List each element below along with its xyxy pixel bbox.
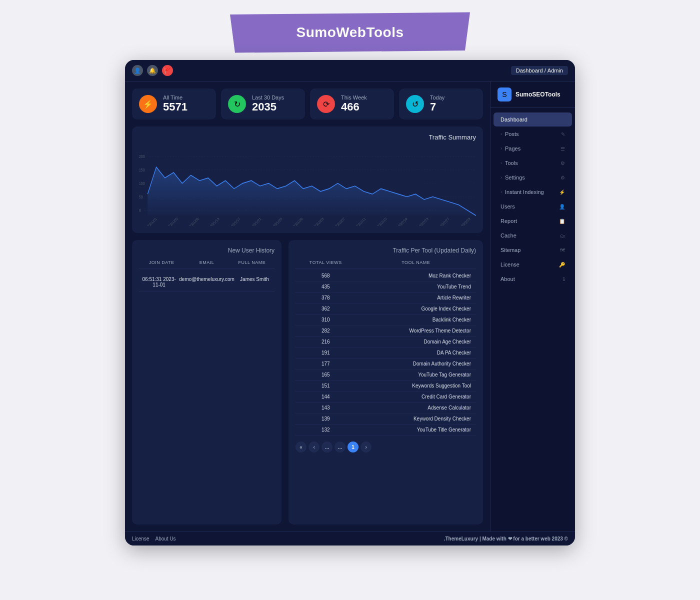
tool-name-2: Article Rewriter <box>356 295 476 300</box>
page-btn-5[interactable]: › <box>360 442 372 452</box>
stat-info-1: Last 30 Days 2035 <box>252 94 284 114</box>
sidebar-item-about[interactable]: About ℹ <box>494 272 572 286</box>
user-header-0: JOIN DATE <box>139 260 184 265</box>
tool-views-9: 165 <box>296 372 356 378</box>
breadcrumb-dashboard[interactable]: Dashboard <box>516 68 543 74</box>
tool-name-13: Keyword Density Checker <box>356 416 476 422</box>
nav-item-left-6: Users <box>500 204 515 210</box>
brand-icon: S <box>498 88 512 102</box>
nav-icon-2: ☰ <box>560 146 565 152</box>
nav-item-left-3: › Tools <box>500 160 518 166</box>
nav-expand-1: › <box>500 132 502 136</box>
svg-text:200: 200 <box>139 154 145 159</box>
sidebar-item-instant-indexing[interactable]: › Instant Indexing ⚡ <box>494 185 572 199</box>
stat-value-1: 2035 <box>252 100 284 114</box>
list-item: 139 Keyword Density Checker <box>296 414 476 424</box>
nav-label-5: Instant Indexing <box>505 189 544 195</box>
traffic-tool-title: Traffic Per Tool (Updated Daily) <box>296 247 476 254</box>
sidebar-item-report[interactable]: Report 📋 <box>494 214 572 228</box>
list-item: 165 YouTube Tag Generator <box>296 370 476 380</box>
tool-views-6: 216 <box>296 339 356 344</box>
sidebar-item-posts[interactable]: › Posts ✎ <box>494 127 572 141</box>
page-btn-2[interactable]: ... <box>322 442 332 452</box>
stat-icon-1: ↻ <box>228 95 246 113</box>
user-history-panel: New User History JOIN DATEEMAILFULL NAME… <box>132 240 282 524</box>
stat-value-2: 466 <box>341 100 367 114</box>
sidebar-item-sitemap[interactable]: Sitemap 🗺 <box>494 243 572 257</box>
nav-label-0: Dashboard <box>500 116 528 122</box>
nav-item-left-10: License <box>500 262 520 268</box>
sidebar-item-pages[interactable]: › Pages ☰ <box>494 142 572 156</box>
user-history-title: New User History <box>139 247 274 254</box>
nav-item-left-2: › Pages <box>500 146 520 152</box>
page-btn-3[interactable]: ... <box>334 442 346 452</box>
traffic-tool-panel: Traffic Per Tool (Updated Daily) TOTAL V… <box>288 240 483 524</box>
page-btn-1[interactable]: ‹ <box>308 442 320 452</box>
user-table-header: JOIN DATEEMAILFULL NAME <box>139 260 274 268</box>
page-btn-0[interactable]: « <box>296 442 306 452</box>
page-btn-4[interactable]: 1 <box>348 442 358 452</box>
tool-views-14: 132 <box>296 427 356 432</box>
dashboard-container: 👤 🔔 🚩 Dashboard / Admin ⚡ All Time 5571 … <box>125 60 575 546</box>
nav-icon-11: ℹ <box>563 276 565 282</box>
sidebar-item-dashboard[interactable]: Dashboard <box>494 112 572 126</box>
list-item: 216 Domain Age Checker <box>296 336 476 348</box>
svg-text:100: 100 <box>139 181 145 186</box>
list-item: 282 WordPress Theme Detector <box>296 326 476 336</box>
footer: LicenseAbout Us .ThemeLuxury | Made with… <box>125 532 575 546</box>
stat-icon-3: ↺ <box>406 95 424 113</box>
stat-value-3: 7 <box>430 100 444 114</box>
tool-table-header: TOTAL VIEWSTOOL NAME <box>296 260 476 268</box>
nav-icon-7: 📋 <box>559 218 565 224</box>
sidebar-nav: Dashboard › Posts ✎ › Pages ☰ › Tools ⚙ … <box>490 108 575 532</box>
nav-icon-5: ⚡ <box>559 190 565 195</box>
tool-name-12: Adsense Calculator <box>356 405 476 410</box>
footer-heart: ❤ <box>508 536 512 542</box>
nav-icon-10: 🔑 <box>559 262 565 268</box>
tool-views-0: 568 <box>296 273 356 278</box>
tool-views-1: 435 <box>296 284 356 290</box>
list-item: 362 Google Index Checker <box>296 304 476 314</box>
nav-label-1: Posts <box>505 131 519 137</box>
user-header-1: EMAIL <box>184 260 229 265</box>
tool-name-1: YouTube Trend <box>356 284 476 290</box>
list-item: 191 DA PA Checker <box>296 348 476 358</box>
user-table-body: 06:51:31 2023-11-01 demo@themeluxury.com… <box>139 272 274 292</box>
footer-link-1[interactable]: About Us <box>155 536 176 542</box>
traffic-chart: 200 150 100 50 0 <box>139 151 476 221</box>
stat-label-0: All Time <box>163 94 188 100</box>
nav-expand-2: › <box>500 146 502 151</box>
sidebar-item-license[interactable]: License 🔑 <box>494 258 572 272</box>
stat-icon-0: ⚡ <box>139 95 157 113</box>
nav-item-left-8: Cache <box>500 232 516 238</box>
nav-label-10: License <box>500 262 520 268</box>
nav-icon-9: 🗺 <box>560 248 565 253</box>
stat-info-2: This Week 466 <box>341 94 367 114</box>
user-fullname: James Smith <box>234 276 274 288</box>
banner-title: SumoWebTools <box>296 24 404 40</box>
sidebar-item-settings[interactable]: › Settings ⚙ <box>494 170 572 184</box>
tool-name-6: Domain Age Checker <box>356 339 476 344</box>
bell-icon[interactable]: 🔔 <box>147 65 158 76</box>
footer-link-0[interactable]: License <box>132 536 149 542</box>
tool-views-11: 144 <box>296 394 356 400</box>
footer-text2: for a better web 2023 © <box>513 536 568 542</box>
tool-header-0: TOTAL VIEWS <box>296 260 356 265</box>
stat-value-0: 5571 <box>163 100 188 114</box>
flag-icon[interactable]: 🚩 <box>162 65 173 76</box>
nav-label-4: Settings <box>505 174 525 180</box>
stat-info-0: All Time 5571 <box>163 94 188 114</box>
user-icon[interactable]: 👤 <box>132 65 143 76</box>
nav-label-6: Users <box>500 204 515 210</box>
brand-name: SumoSEOTools <box>516 91 560 98</box>
list-item: 132 YouTube Title Generator <box>296 424 476 436</box>
chart-x-labels: 2023/1/01 2023/1/05 2023/1/09 2023/1/13 … <box>139 222 476 226</box>
sidebar-item-cache[interactable]: Cache 🗂 <box>494 228 572 242</box>
user-header-2: FULL NAME <box>230 260 274 265</box>
nav-item-left-7: Report <box>500 218 517 224</box>
nav-icon-8: 🗂 <box>560 233 565 238</box>
sidebar-item-users[interactable]: Users 👤 <box>494 200 572 214</box>
tool-name-8: Domain Authority Checker <box>356 361 476 366</box>
sidebar-item-tools[interactable]: › Tools ⚙ <box>494 156 572 170</box>
list-item: 435 YouTube Trend <box>296 282 476 292</box>
